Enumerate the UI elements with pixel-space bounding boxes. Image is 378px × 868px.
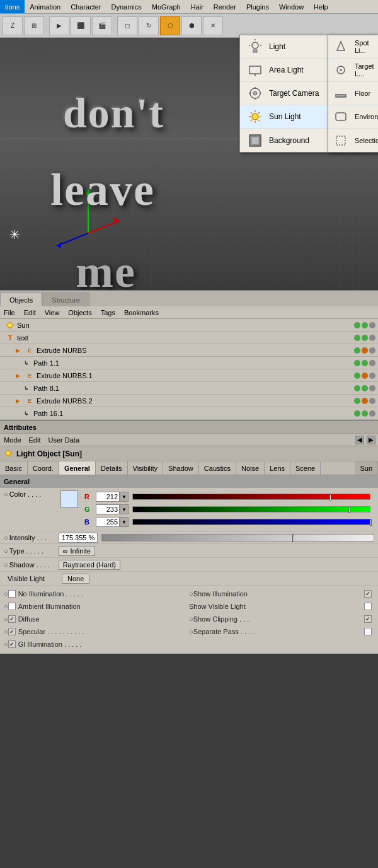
objects-menu-file[interactable]: File bbox=[3, 309, 16, 316]
object-row-path1[interactable]: ↳ Path 1.1 bbox=[0, 357, 378, 369]
attr-nav-left[interactable]: ◀ bbox=[355, 436, 364, 444]
toolbar-move-btn[interactable]: ⬡ bbox=[160, 16, 180, 35]
svg-line-19 bbox=[251, 112, 252, 113]
cb-specular-box[interactable]: ✓ bbox=[8, 628, 16, 635]
attributes-panel: Attributes Mode Edit User Data ◀ ▶ Light… bbox=[0, 420, 378, 654]
svg-point-44 bbox=[6, 451, 11, 456]
toolbar-rotate-btn[interactable]: ↻ bbox=[139, 16, 159, 35]
channel-b-input[interactable] bbox=[96, 517, 120, 527]
cb-show-vis-label: Show Visible Light bbox=[189, 603, 364, 610]
tab-noise[interactable]: Noise bbox=[236, 461, 265, 475]
shadow-dropdown[interactable]: Raytraced (Hard) bbox=[59, 560, 120, 570]
cb-show-clipping: ○ Show Clipping . . . ✓ bbox=[189, 613, 374, 625]
attr-menu-userdata[interactable]: User Data bbox=[47, 436, 81, 444]
menu-plugins[interactable]: Plugins bbox=[241, 0, 274, 13]
dot-gray-6 bbox=[369, 385, 375, 391]
extrude1-icon: ▶ bbox=[13, 345, 23, 356]
svg-line-35 bbox=[57, 233, 88, 246]
menu-mograph[interactable]: MoGraph bbox=[147, 0, 186, 13]
menu-window[interactable]: Window bbox=[274, 0, 309, 13]
toolbar-close-btn[interactable]: ✕ bbox=[203, 16, 223, 35]
attr-nav-right[interactable]: ▶ bbox=[367, 436, 375, 444]
cb-show-vis-box[interactable] bbox=[364, 603, 372, 610]
cb-gi-circle: ○ bbox=[4, 640, 8, 648]
tab-structure[interactable]: Structure bbox=[42, 292, 89, 306]
menu-dynamics[interactable]: Dynamics bbox=[106, 0, 146, 13]
cb-sep-box[interactable] bbox=[364, 628, 372, 635]
tab-details[interactable]: Details bbox=[96, 461, 128, 475]
extrude1-obj-icon: E bbox=[25, 345, 35, 356]
channel-g-slider[interactable] bbox=[132, 506, 370, 512]
toolbar-scale-btn[interactable]: ⬢ bbox=[181, 16, 202, 35]
cb-gi-box[interactable]: ✓ bbox=[8, 640, 16, 648]
menu-render[interactable]: Render bbox=[209, 0, 241, 13]
tab-scene[interactable]: Scene bbox=[290, 461, 321, 475]
dropdown-spot-light[interactable]: Spot Li... bbox=[328, 35, 378, 59]
object-row-extrude1[interactable]: ▶ E Extrude NURBS bbox=[0, 344, 378, 357]
cb-show-illum-label: Show Illumination bbox=[193, 590, 364, 598]
menu-tions[interactable]: tions bbox=[0, 0, 25, 13]
checkbox-left-col: ○ No Illumination . . . . . ○ Ambient Il… bbox=[4, 588, 189, 651]
objects-menu-objects[interactable]: Objects bbox=[67, 309, 93, 316]
color-swatch[interactable] bbox=[60, 490, 78, 508]
dot-orange-3 bbox=[362, 398, 368, 404]
dropdown-selection[interactable]: Selectio... bbox=[328, 129, 378, 152]
channel-b-slider[interactable] bbox=[132, 519, 370, 525]
tab-lens[interactable]: Lens bbox=[265, 461, 290, 475]
tab-shadow[interactable]: Shadow bbox=[163, 461, 199, 475]
visible-light-dropdown[interactable]: None bbox=[62, 574, 89, 584]
toolbar-film-btn[interactable]: 🎬 bbox=[92, 16, 112, 35]
cb-diffuse-box[interactable]: ✓ bbox=[8, 615, 16, 623]
dropdown-floor[interactable]: Floor bbox=[328, 82, 378, 105]
tab-basic[interactable]: Basic bbox=[0, 461, 28, 475]
object-row-text[interactable]: T text bbox=[0, 332, 378, 344]
cb-clip-box[interactable]: ✓ bbox=[364, 615, 372, 623]
attributes-menu-bar: Mode Edit User Data ◀ ▶ bbox=[0, 434, 378, 446]
object-row-path16[interactable]: ↳ Path 16.1 bbox=[0, 407, 378, 420]
toolbar-grid-btn[interactable]: ⊞ bbox=[24, 16, 44, 35]
tab-general[interactable]: General bbox=[59, 461, 96, 475]
toolbar-z-btn[interactable]: Z bbox=[3, 16, 23, 35]
object-row-extrude3[interactable]: ▶ E Extrude NURBS.2 bbox=[0, 395, 378, 407]
cb-sep-circle: ○ bbox=[189, 628, 193, 635]
objects-menu-tags[interactable]: Tags bbox=[100, 309, 117, 316]
intensity-value[interactable]: 175.355 % bbox=[59, 533, 98, 543]
object-row-sun[interactable]: Sun bbox=[0, 319, 378, 332]
extrude3-dots bbox=[354, 398, 375, 404]
objects-menu-view[interactable]: View bbox=[43, 309, 61, 316]
toolbar-record-btn[interactable]: ⬛ bbox=[71, 16, 91, 35]
toolbar-select-btn[interactable]: ◻ bbox=[117, 16, 137, 35]
intensity-slider[interactable] bbox=[101, 534, 374, 541]
channel-g-input[interactable] bbox=[96, 504, 120, 514]
object-row-path8[interactable]: ↳ Path 8.1 bbox=[0, 382, 378, 395]
tab-caustics[interactable]: Caustics bbox=[199, 461, 236, 475]
tab-objects[interactable]: Objects bbox=[0, 292, 42, 306]
cb-no-illum-box[interactable] bbox=[8, 590, 16, 598]
channel-r-slider[interactable] bbox=[132, 494, 370, 500]
cb-show-illum-box[interactable]: ✓ bbox=[364, 590, 372, 598]
objects-menu-bookmarks[interactable]: Bookmarks bbox=[123, 309, 160, 316]
menu-character[interactable]: Character bbox=[66, 0, 106, 13]
cb-ambient-box[interactable] bbox=[8, 603, 16, 610]
channel-g-arrow[interactable]: ▼ bbox=[120, 504, 129, 514]
tab-sun[interactable]: Sun bbox=[355, 461, 378, 475]
channel-b-arrow[interactable]: ▼ bbox=[120, 517, 129, 527]
attr-menu-edit[interactable]: Edit bbox=[28, 436, 42, 444]
menu-hair[interactable]: Hair bbox=[186, 0, 209, 13]
objects-menu-edit[interactable]: Edit bbox=[23, 309, 37, 316]
channel-r-arrow[interactable]: ▼ bbox=[120, 492, 129, 502]
channel-r-input[interactable] bbox=[96, 492, 120, 502]
dropdown-environ[interactable]: Environ... bbox=[328, 105, 378, 129]
cb-show-illum-circle: ○ bbox=[189, 590, 193, 598]
object-row-extrude2[interactable]: ▶ E Extrude NURBS.1 bbox=[0, 369, 378, 382]
color-channels: R ▼ G ▼ bbox=[81, 490, 374, 528]
tab-coord[interactable]: Coord. bbox=[28, 461, 59, 475]
cb-specular-circle: ○ bbox=[4, 628, 8, 635]
attr-menu-mode[interactable]: Mode bbox=[3, 436, 23, 444]
type-dropdown[interactable]: ∞ Infinite bbox=[59, 546, 95, 556]
dropdown-target-l[interactable]: Target L... bbox=[328, 59, 378, 82]
menu-help[interactable]: Help bbox=[309, 0, 333, 13]
toolbar-play-btn[interactable]: ▶ bbox=[49, 16, 69, 35]
tab-visibility[interactable]: Visibility bbox=[128, 461, 164, 475]
menu-animation[interactable]: Animation bbox=[25, 0, 66, 13]
